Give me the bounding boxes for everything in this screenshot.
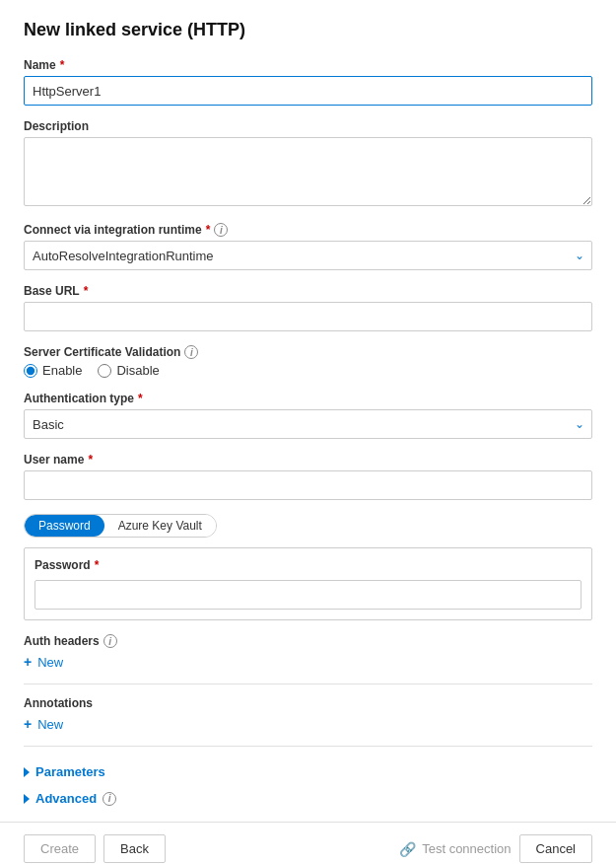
footer-right: 🔗 Test connection Cancel xyxy=(399,834,592,863)
annotations-label: Annotations xyxy=(24,696,592,710)
username-field-group: User name * xyxy=(24,453,592,500)
base-url-field-group: Base URL * xyxy=(24,284,592,331)
footer-left: Create Back xyxy=(24,834,166,863)
auth-type-select-wrapper: Basic ⌄ xyxy=(24,409,592,439)
cert-disable-radio[interactable] xyxy=(98,364,111,378)
description-field-group: Description xyxy=(24,119,592,209)
parameters-label: Parameters xyxy=(35,764,105,779)
password-label: Password * xyxy=(34,558,582,572)
description-label: Description xyxy=(24,119,592,133)
cancel-button[interactable]: Cancel xyxy=(519,834,592,863)
cert-radio-group: Enable Disable xyxy=(24,363,592,378)
name-input[interactable] xyxy=(24,76,592,106)
password-input[interactable] xyxy=(34,580,582,610)
runtime-field-group: Connect via integration runtime * i Auto… xyxy=(24,223,592,270)
add-annotation-row[interactable]: + New xyxy=(24,716,592,732)
panel-title: New linked service (HTTP) xyxy=(24,20,592,40)
base-url-required: * xyxy=(84,284,89,298)
annotations-field-group: Annotations + New xyxy=(24,696,592,732)
description-input[interactable] xyxy=(24,137,592,206)
auth-type-field-group: Authentication type * Basic ⌄ xyxy=(24,392,592,439)
divider-1 xyxy=(24,684,592,684)
advanced-label: Advanced xyxy=(35,791,97,806)
footer: Create Back 🔗 Test connection Cancel xyxy=(0,822,616,864)
base-url-label: Base URL * xyxy=(24,284,592,298)
advanced-info-icon: i xyxy=(103,792,116,806)
azure-key-vault-tab[interactable]: Azure Key Vault xyxy=(104,515,216,537)
add-auth-header-row[interactable]: + New xyxy=(24,654,592,670)
cert-enable-label: Enable xyxy=(42,363,82,378)
auth-headers-label: Auth headers i xyxy=(24,634,592,648)
advanced-chevron-icon xyxy=(24,794,30,804)
back-button[interactable]: Back xyxy=(103,834,166,863)
runtime-label: Connect via integration runtime * i xyxy=(24,223,592,237)
parameters-chevron-icon xyxy=(24,767,30,777)
password-tab[interactable]: Password xyxy=(25,515,104,537)
auth-type-required: * xyxy=(138,392,143,405)
name-field-group: Name * xyxy=(24,58,592,106)
add-auth-header-label: New xyxy=(37,655,63,670)
divider-2 xyxy=(24,746,592,747)
test-connection-icon: 🔗 xyxy=(399,841,416,857)
base-url-input[interactable] xyxy=(24,302,592,331)
username-required: * xyxy=(88,453,93,467)
cert-field-group: Server Certificate Validation i Enable D… xyxy=(24,345,592,378)
username-input[interactable] xyxy=(24,470,592,500)
runtime-required: * xyxy=(206,223,211,237)
auth-type-label: Authentication type * xyxy=(24,392,592,405)
parameters-collapsible[interactable]: Parameters xyxy=(24,758,592,785)
name-label: Name * xyxy=(24,58,592,72)
test-connection-label: Test connection xyxy=(422,841,511,856)
cert-label: Server Certificate Validation i xyxy=(24,345,592,359)
cert-enable-radio[interactable] xyxy=(24,364,37,378)
auth-headers-info-icon: i xyxy=(103,634,117,648)
cert-enable-option[interactable]: Enable xyxy=(24,363,82,378)
password-required: * xyxy=(95,558,100,572)
create-button[interactable]: Create xyxy=(24,834,96,863)
test-connection-button[interactable]: 🔗 Test connection xyxy=(399,841,511,857)
runtime-select[interactable]: AutoResolveIntegrationRuntime xyxy=(24,241,592,270)
cert-disable-label: Disable xyxy=(116,363,159,378)
password-tab-group: Password Azure Key Vault xyxy=(24,514,217,538)
cert-info-icon: i xyxy=(184,345,198,359)
runtime-select-wrapper: AutoResolveIntegrationRuntime ⌄ xyxy=(24,241,592,270)
auth-headers-field-group: Auth headers i + New xyxy=(24,634,592,670)
runtime-info-icon: i xyxy=(214,223,228,237)
password-box: Password * xyxy=(24,547,592,620)
add-auth-header-icon: + xyxy=(24,654,32,670)
auth-type-select[interactable]: Basic xyxy=(24,409,592,439)
cert-disable-option[interactable]: Disable xyxy=(98,363,159,378)
add-annotation-icon: + xyxy=(24,716,32,732)
advanced-collapsible[interactable]: Advanced i xyxy=(24,785,592,812)
name-required: * xyxy=(60,58,65,72)
password-field-group: Password Azure Key Vault Password * xyxy=(24,514,592,620)
add-annotation-label: New xyxy=(37,717,63,732)
username-label: User name * xyxy=(24,453,592,467)
